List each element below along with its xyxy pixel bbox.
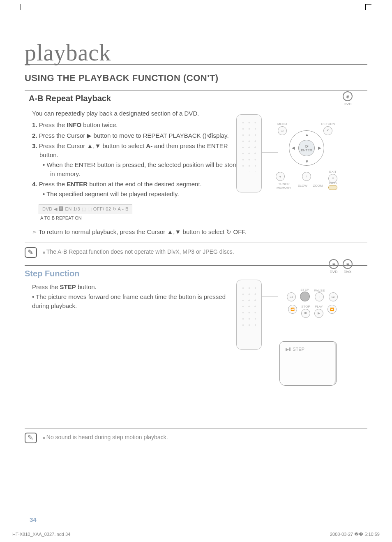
- rewind-button[interactable]: ⏪: [288, 305, 297, 314]
- return-instruction: To return to normal playback, press the …: [32, 227, 367, 236]
- remote-illustration: [236, 114, 262, 192]
- pause-button[interactable]: ⏸: [315, 292, 324, 301]
- next-button[interactable]: ⏭: [329, 292, 338, 301]
- step-bullet: The picture moves forward one frame each…: [32, 292, 244, 310]
- prev-button[interactable]: ⏮: [287, 292, 296, 301]
- step-instruction: Press the STEP button.: [32, 283, 244, 292]
- section-title: USING THE PLAYBACK FUNCTION (CON'T): [25, 73, 367, 83]
- ab-note: The A-B Repeat function does not operate…: [43, 247, 234, 255]
- note-icon: [25, 433, 37, 443]
- step-3: 3. Press the Cursor ▲,▼ button to select…: [32, 141, 244, 178]
- page-number: 34: [30, 516, 37, 523]
- badge-dvd: ◉ DVD: [342, 91, 353, 106]
- info-button[interactable]: [328, 185, 337, 190]
- transport-illustration: ⏮ STEP PAUSE ⏸ ⏭ ⏪ STOP ⏹ PLAY ▶ ⏩: [279, 288, 345, 318]
- dpad-illustration: MENU ▭ RETURN ↶ ▲ ▼ ◀ ▶ ⟳ ENTER ● ⋮ EXIT…: [275, 122, 337, 188]
- step-4: 4. Press the ENTER button at the end of …: [32, 180, 244, 199]
- step-button[interactable]: [300, 292, 310, 301]
- stop-button[interactable]: ⏹: [301, 309, 310, 318]
- audio-button[interactable]: ●: [276, 172, 285, 181]
- step-1: 1. Press the INFO button twice.: [32, 120, 244, 130]
- ffwd-button[interactable]: ⏩: [327, 305, 337, 314]
- tv-screen-illustration: ▶II STEP: [279, 341, 337, 386]
- play-button[interactable]: ▶: [314, 309, 323, 318]
- remote-illustration-2: [236, 280, 262, 350]
- subsection-ab-repeat: A-B Repeat Playback: [29, 94, 367, 103]
- osd-caption: A TO B REPEAT ON: [40, 215, 244, 222]
- subsection-step-function: Step Function: [25, 269, 367, 278]
- badge-divx: ◉ DivX: [342, 259, 353, 274]
- note-icon: [25, 247, 37, 258]
- subtitle-button[interactable]: ⋮: [302, 172, 311, 181]
- enter-button[interactable]: ⟳ ENTER: [298, 140, 315, 156]
- step-note: No sound is heard during step motion pla…: [43, 433, 168, 440]
- return-button[interactable]: ↶: [323, 126, 332, 135]
- footer-timestamp: 2008-03-27 �� 5:10:59: [330, 532, 380, 537]
- footer-filename: HT-X810_XAA_0327.indd 34: [12, 532, 70, 537]
- osd-display: DVD ◀ 🅰 EN 1/3 ⬚ ⬚ OFF/ 02 ↻ A - B: [39, 204, 132, 214]
- menu-button[interactable]: ▭: [278, 126, 287, 135]
- document-title: playback: [25, 41, 367, 65]
- badge-dvd-2: ◉ DVD: [328, 259, 339, 274]
- ab-intro: You can repeatedly play back a designate…: [32, 109, 244, 118]
- dpad-ring[interactable]: ▲ ▼ ◀ ▶ ⟳ ENTER: [289, 130, 324, 166]
- step-2: 2. Press the Cursor ▶ button to move to …: [32, 131, 244, 140]
